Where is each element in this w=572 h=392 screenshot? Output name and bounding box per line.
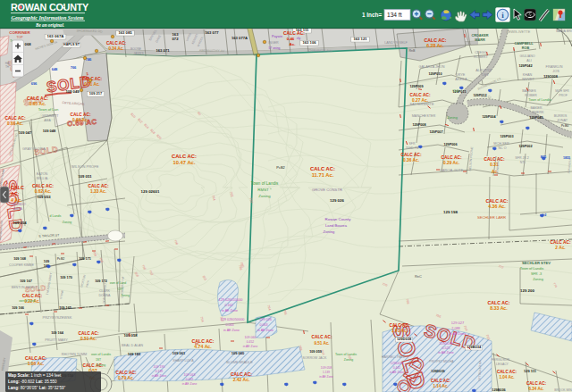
svg-text:RMST *: RMST * [257,188,272,192]
svg-text:0.46: 0.46 [287,37,295,41]
svg-text:in AE Zone: in AE Zone [257,329,273,332]
svg-text:163 121: 163 121 [353,37,367,41]
svg-text:SHERK: SHERK [532,111,544,114]
svg-text:BEAL D ALAN: BEAL D ALAN [122,344,143,347]
svg-text:AC:: AC: [11,191,20,196]
svg-text:ABRA: ABRA [13,207,22,211]
svg-text:0.79 Ac.: 0.79 Ac. [118,376,134,380]
svg-text:109 170: 109 170 [60,276,72,279]
svg-text:PROF: PROF [559,94,567,97]
svg-text:163 077A: 163 077A [231,36,248,40]
svg-text:0.452: 0.452 [247,340,255,344]
svg-text:1.06 Ac.: 1.06 Ac. [28,361,45,366]
svg-text:BROOK MIN: BROOK MIN [554,388,572,392]
svg-text:TH: TH [5,65,10,69]
svg-text:PROPST MICHA: PROPST MICHA [429,360,454,363]
svg-text:129P009: 129P009 [409,85,423,88]
svg-text:GRIMMETT: GRIMMETT [41,114,59,118]
svg-text:129 026: 129 026 [330,198,344,203]
svg-text:CALC AC:: CALC AC: [311,335,332,339]
svg-text:CALC AC:: CALC AC: [441,155,461,160]
svg-text:163 067A: 163 067A [46,34,64,38]
svg-text:0.51 Ac.: 0.51 Ac. [80,337,97,341]
svg-text:BOONE: BOONE [130,47,142,51]
svg-text:Zoning: Zoning [447,116,458,120]
svg-text:CALC AC:: CALC AC: [425,38,447,43]
svg-text:109 164: 109 164 [51,331,64,335]
svg-text:CALC AC:: CALC AC: [27,96,48,101]
svg-text:OTTOGALO MA: OTTOGALO MA [478,359,483,380]
svg-text:CROAKER: CROAKER [471,34,488,38]
svg-text:CHAMBERLAIN: CHAMBERLAIN [308,49,332,53]
svg-text:own of Land: own of Land [110,281,127,285]
svg-text:129B036: 129B036 [492,388,505,392]
svg-text:1.41 Ac.: 1.41 Ac. [391,329,408,333]
svg-text:129D039: 129D039 [439,342,452,346]
svg-text:HAPLS ST: HAPLS ST [63,43,80,46]
svg-text:own of Landis: own of Landis [91,353,111,356]
svg-text:129O008: 129O008 [543,75,558,79]
svg-text:Zoning: Zoning [63,221,72,224]
svg-text:in AE Zone: in AE Zone [450,332,467,336]
svg-text:0.62 Ac.: 0.62 Ac. [35,188,52,194]
svg-text:163 077: 163 077 [205,30,219,35]
svg-text:Long: -80.602 Lat: 35.550: Long: -80.602 Lat: 35.550 [8,379,57,384]
svg-text:1.04 Ac.: 1.04 Ac. [499,375,514,379]
svg-text:SECHLER LARR: SECHLER LARR [477,215,506,220]
svg-text:CALC AC:: CALC AC: [172,154,197,159]
svg-text:GARCIA-GUTE: GARCIA-GUTE [440,169,464,172]
svg-text:Zoning: Zoning [533,278,543,281]
svg-text:in AE Zone: in AE Zone [182,382,198,386]
svg-text:9.51 Ac.: 9.51 Ac. [314,341,329,346]
svg-text:Lang: 80°36'05" Lat: 35°32'59": Lang: 80°36'05" Lat: 35°32'59" [8,386,65,390]
svg-text:CALC AC:: CALC AC: [486,198,509,204]
svg-text:CALC AC:: CALC AC: [22,294,42,298]
svg-text:PcB0: PcB0 [561,124,569,128]
svg-text:Town of Landis: Town of Landis [528,98,551,102]
svg-text:10.47 Ac.: 10.47 Ac. [173,160,196,165]
svg-text:SFR JV-2: SFR JV-2 [515,156,528,160]
svg-text:LEWIS-IVETTE: LEWIS-IVETTE [507,30,531,34]
svg-text:RnB: RnB [409,49,416,53]
svg-text:109 183: 109 183 [128,352,141,356]
svg-text:109 051: 109 051 [78,174,92,179]
svg-text:PRZYBYSZEWSK: PRZYBYSZEWSK [43,315,72,320]
svg-text:Town of Landis: Town of Landis [251,181,279,186]
svg-text:CLD: CLD [452,89,459,93]
svg-text:FERGUSON: FERGUSON [492,358,510,362]
svg-text:in AE Zone: in AE Zone [390,371,405,374]
svg-text:d Lands: d Lands [50,214,62,218]
svg-text:4.36 Ac.: 4.36 Ac. [488,204,506,209]
svg-text:GRAY GLORIA: GRAY GLORIA [22,147,46,151]
svg-text:rily: rily [297,37,301,40]
svg-text:CALC AC:: CALC AC: [409,93,430,97]
svg-text:129P007: 129P007 [429,130,442,134]
svg-text:SHARP LUV A: SHARP LUV A [172,359,194,363]
svg-text:COOPER KIMBE: COOPER KIMBE [9,263,34,267]
svg-text:Zoning: Zoning [97,363,105,367]
svg-text:CAMPBELL: CAMPBELL [514,42,534,46]
svg-text:109 047: 109 047 [19,130,32,135]
svg-text:AKEILA: AKEILA [455,78,467,81]
svg-text:109 061: 109 061 [172,351,186,355]
svg-text:Be an original.: Be an original. [35,22,64,28]
svg-text:129P008: 129P008 [412,123,425,127]
svg-text:CALC AC:: CALC AC: [431,379,450,383]
svg-text:CALC AC:: CALC AC: [484,157,504,162]
svg-text:Ac.: Ac. [290,42,296,46]
svg-text:in AE Zone: in AE Zone [222,309,238,313]
svg-text:129 026010000: 129 026010000 [218,297,243,302]
svg-text:163 106: 163 106 [302,40,316,45]
svg-text:129B034: 129B034 [467,345,482,349]
svg-text:ALFULTIS: ALFULTIS [475,69,492,72]
svg-text:CALC AC:: CALC AC: [82,77,102,81]
svg-text:0.71 Ac.: 0.71 Ac. [84,82,99,87]
svg-text:072: 072 [172,37,180,41]
svg-text:163 085: 163 085 [118,30,132,35]
svg-text:129 200: 129 200 [520,288,534,293]
svg-text:0.69 Ac.: 0.69 Ac. [72,118,88,122]
svg-text:109 063: 109 063 [184,373,196,377]
svg-text:EATON: EATON [37,172,48,176]
svg-text:109 167: 109 167 [20,279,32,283]
svg-text:own of Land: own of Land [19,299,35,303]
